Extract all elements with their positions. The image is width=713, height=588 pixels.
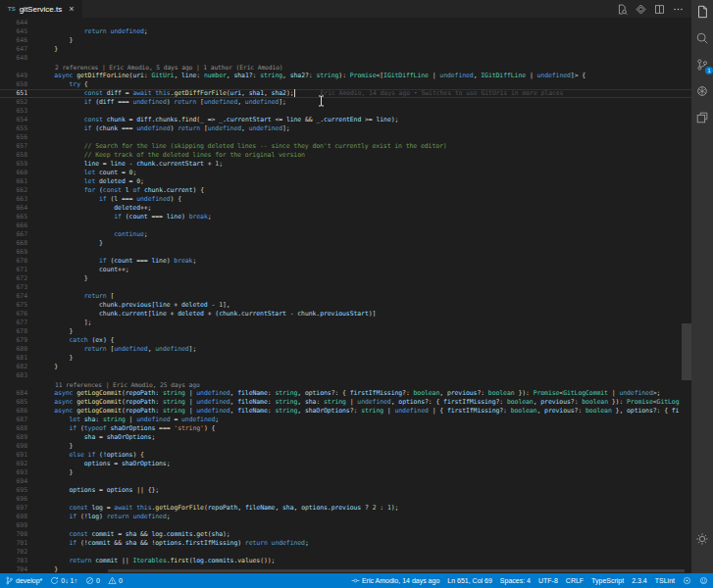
line-number[interactable]: 677 [0,318,31,327]
line-number[interactable]: 680 [0,345,31,354]
code-line[interactable]: 654 const chunk = diff.chunks.find(_ => … [0,116,691,124]
explorer-icon[interactable] [695,5,709,19]
line-number[interactable]: 684 [0,389,31,398]
line-number[interactable]: 675 [0,301,31,310]
code-editor[interactable]: 644645 return undefined;646 }647 }6482 r… [0,18,691,573]
line-number[interactable]: 660 [0,169,31,177]
code-line[interactable]: 673 [0,283,691,292]
line-number[interactable]: 650 [0,80,31,89]
line-number[interactable]: 694 [0,477,31,486]
line-number[interactable]: 693 [0,468,31,477]
statusbar-feedback[interactable] [699,576,708,585]
line-number[interactable]: 681 [0,354,31,363]
code-line[interactable]: 700 const commit = sha && log.commits.ge… [0,530,691,539]
code-line[interactable]: 684 async getLogCommit(repoPath: string … [0,389,691,398]
code-line[interactable]: 676 chunk.current[line + deleted + (chun… [0,310,691,318]
line-number[interactable]: 648 [0,54,31,63]
line-number[interactable]: 685 [0,398,31,407]
line-number[interactable]: 647 [0,45,31,54]
line-number[interactable]: 674 [0,292,31,301]
line-number[interactable]: 692 [0,460,31,468]
code-line[interactable]: 695 options = options || {}; [0,486,691,495]
line-number[interactable]: 668 [0,239,31,248]
line-number[interactable]: 698 [0,513,31,521]
code-line[interactable]: 687 let sha: string | undefined = undefi… [0,416,691,424]
code-line[interactable]: 646 } [0,36,691,45]
line-number[interactable]: 646 [0,36,31,45]
code-line[interactable]: 696 [0,495,691,504]
code-line[interactable]: 655 if (chunk === undefined) return [und… [0,124,691,133]
line-number[interactable] [0,380,31,389]
code-line[interactable]: 660 let count = 0; [0,169,691,177]
code-line[interactable]: 644 [0,19,691,27]
statusbar-git-branch[interactable]: develop* [5,576,42,585]
statusbar-telemetry[interactable] [683,576,691,585]
statusbar-encoding[interactable]: UTF-8 [538,577,558,584]
line-number[interactable]: 672 [0,274,31,283]
line-number[interactable]: 667 [0,230,31,239]
statusbar-errors[interactable]: 0 [85,576,100,585]
code-line[interactable]: 692 options = shaOrOptions; [0,460,691,468]
line-number[interactable]: 644 [0,19,31,27]
line-number[interactable]: 691 [0,451,31,460]
line-number[interactable]: 686 [0,407,31,416]
code-line[interactable]: 690 } [0,442,691,451]
code-line[interactable]: 659 line = line - chunk.currentStart + 1… [0,160,691,169]
line-number[interactable]: 649 [0,72,31,80]
code-line[interactable]: 649 async getDiffForLine(uri: GitUri, li… [0,72,691,80]
line-number[interactable]: 687 [0,416,31,424]
line-number[interactable]: 679 [0,336,31,345]
statusbar-blame-annotation[interactable]: Eric Amodio, 14 days ago [351,576,439,585]
statusbar-cursor-position[interactable]: Ln 651, Col 69 [447,577,492,584]
code-line[interactable]: 678 } [0,327,691,336]
line-number[interactable]: 659 [0,160,31,169]
line-number[interactable]: 678 [0,327,31,336]
code-line[interactable]: 650 try { [0,80,691,89]
code-line[interactable]: 666 [0,221,691,230]
code-line[interactable]: 686 async getLogCommit(repoPath: string … [0,407,691,416]
line-number[interactable]: 701 [0,539,31,548]
line-number[interactable]: 654 [0,116,31,124]
open-changes-icon[interactable] [617,4,628,15]
code-line[interactable]: 665 if (count === line) break; [0,213,691,221]
extensions-icon[interactable] [695,111,709,124]
code-line[interactable]: 674 return [ [0,292,691,301]
statusbar-ts-version[interactable]: 2.3.4 [632,577,647,584]
line-number[interactable]: 697 [0,504,31,513]
code-line[interactable]: 679 catch (ex) { [0,336,691,345]
codelens-text[interactable]: 11 references | Eric Amodio, 25 days ago [31,380,691,389]
line-number[interactable]: 688 [0,424,31,433]
line-number[interactable]: 651 [0,89,31,98]
line-number[interactable]: 669 [0,248,31,257]
line-number[interactable]: 682 [0,363,31,371]
code-line[interactable]: 651 const diff = await this.getDiffForFi… [0,89,691,98]
line-number[interactable]: 689 [0,433,31,442]
statusbar-tslint-status[interactable]: TSLint [655,577,675,584]
codelens[interactable]: 2 references | Eric Amodio, 5 days ago |… [0,63,691,72]
code-line[interactable]: 691 else if (!options) { [0,451,691,460]
line-number[interactable]: 665 [0,213,31,221]
debug-icon[interactable] [695,84,709,98]
line-number[interactable]: 695 [0,486,31,495]
codelens-text[interactable]: 2 references | Eric Amodio, 5 days ago |… [31,63,691,72]
line-number[interactable]: 663 [0,195,31,204]
code-line[interactable]: 703 return commit || Iterables.first(log… [0,557,691,565]
line-number[interactable]: 703 [0,557,31,565]
code-line[interactable]: 680 return [undefined, undefined]; [0,345,691,354]
code-line[interactable]: 677 ]; [0,318,691,327]
statusbar-indentation[interactable]: Spaces: 4 [500,577,531,584]
code-line[interactable]: 694 [0,477,691,486]
code-line[interactable]: 688 if (typeof shaOrOptions === 'string'… [0,424,691,433]
code-line[interactable]: 697 const log = await this.getLogForFile… [0,504,691,513]
code-line[interactable]: 699 [0,521,691,530]
code-line[interactable]: 662 for (const l of chunk.current) { [0,186,691,195]
code-line[interactable]: 672 } [0,274,691,283]
code-line[interactable]: 658 // Keep track of the deleted lines f… [0,151,691,160]
line-number[interactable]: 699 [0,521,31,530]
line-number[interactable]: 657 [0,142,31,151]
code-line[interactable]: 685 async getLogCommit(repoPath: string … [0,398,691,407]
line-number[interactable]: 683 [0,371,31,380]
code-line[interactable]: 645 return undefined; [0,27,691,36]
code-line[interactable]: 671 count++; [0,266,691,274]
line-number[interactable]: 661 [0,177,31,186]
